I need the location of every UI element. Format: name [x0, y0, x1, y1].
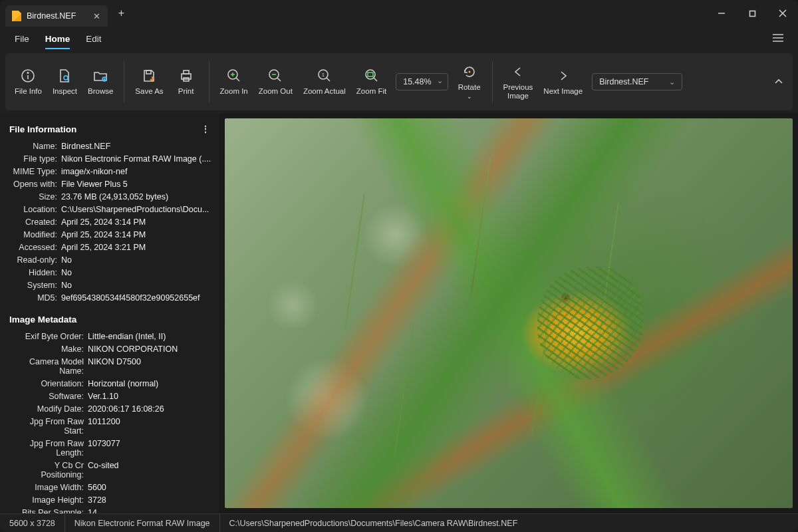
property-key: Camera Model Name: — [9, 357, 88, 376]
property-key: MD5: — [9, 293, 61, 303]
print-button[interactable]: Print — [169, 65, 203, 98]
property-row: Created:April 25, 2024 3:14 PM — [9, 215, 214, 228]
zoom-fit-button[interactable]: Zoom Fit — [351, 65, 392, 98]
property-value: No — [61, 268, 214, 277]
status-format: Nikon Electronic Format RAW Image — [65, 514, 220, 532]
property-value: 1011200 — [88, 417, 214, 436]
property-key: Accessed: — [9, 243, 61, 252]
property-key: System: — [9, 281, 61, 290]
zoom-out-button[interactable]: Zoom Out — [253, 65, 298, 98]
property-key: Y Cb Cr Positioning: — [9, 461, 88, 479]
image-content — [225, 118, 793, 508]
property-row: Orientation:Horizontal (normal) — [9, 377, 214, 390]
close-tab-icon[interactable]: ✕ — [93, 11, 101, 21]
zoom-level-select[interactable]: 15.48% — [396, 73, 448, 90]
metadata-heading: Image Metadata — [9, 315, 214, 325]
hamburger-menu-icon[interactable] — [766, 30, 790, 48]
svg-point-9 — [28, 72, 29, 74]
property-value: Horizontal (normal) — [88, 379, 214, 388]
statusbar: 5600 x 3728 Nikon Electronic Format RAW … — [0, 513, 798, 532]
browse-button[interactable]: Browse — [82, 65, 118, 98]
file-icon — [12, 11, 21, 21]
property-row: Make:NIKON CORPORATION — [9, 342, 214, 355]
minimize-button[interactable] — [706, 0, 737, 27]
new-tab-button[interactable]: + — [112, 7, 130, 19]
svg-rect-30 — [368, 72, 373, 76]
property-row: Exif Byte Order:Little-endian (Intel, II… — [9, 330, 214, 342]
property-key: File type: — [9, 154, 61, 164]
info-icon — [19, 67, 37, 84]
status-path: C:\Users\SharpenedProductions\Documents\… — [220, 514, 527, 532]
property-value: No — [61, 255, 214, 265]
zoom-in-button[interactable]: Zoom In — [215, 65, 253, 98]
property-key: Software: — [9, 392, 88, 401]
property-row: System:No — [9, 279, 214, 291]
next-image-button[interactable]: Next Image — [538, 65, 588, 98]
collapse-ribbon-button[interactable] — [765, 73, 793, 91]
property-key: Modified: — [9, 230, 61, 239]
zoom-in-icon — [225, 67, 243, 84]
property-key: Name: — [9, 142, 61, 151]
property-row: Size:23.76 MB (24,913,052 bytes) — [9, 190, 214, 203]
svg-rect-15 — [182, 74, 191, 79]
property-key: Jpg From Raw Start: — [9, 417, 88, 436]
previous-image-button[interactable]: Previous Image — [498, 61, 539, 103]
save-icon — [140, 67, 158, 84]
menu-edit[interactable]: Edit — [79, 30, 108, 48]
svg-point-28 — [366, 70, 375, 79]
property-value: Nikon Electronic Format RAW Image (.... — [61, 154, 214, 164]
property-key: Jpg From Raw Length: — [9, 439, 88, 458]
property-key: Make: — [9, 344, 88, 354]
svg-line-23 — [277, 78, 281, 81]
info-panel[interactable]: File Information ⋮ Name:Birdnest.NEFFile… — [0, 113, 219, 513]
save-as-button[interactable]: Save As — [130, 65, 168, 98]
property-key: Exif Byte Order: — [9, 332, 88, 341]
ribbon-toolbar: File Info Inspect Browse Save As Print — [5, 53, 793, 110]
property-value: Ver.1.10 — [88, 392, 214, 401]
property-value: 14 — [88, 508, 214, 514]
panel-menu-icon[interactable]: ⋮ — [197, 124, 214, 134]
rotate-button[interactable]: Rotate⌄ — [452, 61, 487, 103]
maximize-button[interactable] — [737, 0, 767, 27]
property-value: Birdnest.NEF — [61, 142, 214, 151]
property-row: Read-only:No — [9, 253, 214, 266]
status-dimensions: 5600 x 3728 — [0, 514, 65, 532]
property-key: Hidden: — [9, 268, 61, 277]
property-value: Co-sited — [88, 461, 214, 479]
svg-rect-16 — [184, 70, 189, 74]
property-row: Bits Per Sample:14 — [9, 506, 214, 513]
property-value: April 25, 2024 3:21 PM — [61, 243, 214, 252]
menubar: File Home Edit — [0, 27, 798, 51]
svg-line-19 — [236, 78, 239, 81]
property-row: Accessed:April 25, 2024 3:21 PM — [9, 241, 214, 253]
inspect-icon — [56, 67, 73, 84]
close-window-button[interactable] — [767, 0, 798, 27]
property-row: Image Width:5600 — [9, 481, 214, 493]
svg-rect-13 — [146, 70, 151, 74]
property-row: Camera Model Name:NIKON D7500 — [9, 355, 214, 377]
inspect-button[interactable]: Inspect — [47, 65, 82, 98]
property-value: image/x-nikon-nef — [61, 167, 214, 176]
file-selector-dropdown[interactable]: Birdnest.NEF ⌄ — [592, 73, 682, 90]
property-row: Y Cb Cr Positioning:Co-sited — [9, 459, 214, 481]
zoom-actual-button[interactable]: 1 Zoom Actual — [298, 65, 351, 98]
property-key: Image Height: — [9, 495, 88, 505]
property-value: No — [61, 281, 214, 290]
zoom-fit-icon — [363, 67, 380, 84]
app-window: Birdnest.NEF ✕ + File Home Edit File Inf… — [0, 0, 798, 532]
menu-home[interactable]: Home — [39, 30, 77, 48]
property-key: Bits Per Sample: — [9, 508, 88, 514]
property-value: April 25, 2024 3:14 PM — [61, 230, 214, 239]
property-row: Opens with:File Viewer Plus 5 — [9, 178, 214, 190]
window-controls — [706, 0, 798, 27]
file-info-heading: File Information ⋮ — [9, 124, 214, 134]
image-viewer[interactable] — [219, 113, 798, 513]
property-value: 1073077 — [88, 439, 214, 458]
property-row: Jpg From Raw Start:1011200 — [9, 415, 214, 437]
property-value: NIKON D7500 — [88, 357, 214, 376]
file-info-button[interactable]: File Info — [9, 65, 47, 98]
document-tab[interactable]: Birdnest.NEF ✕ — [5, 5, 108, 27]
menu-file[interactable]: File — [8, 30, 36, 48]
property-value: 3728 — [88, 495, 214, 505]
property-key: MIME Type: — [9, 167, 61, 176]
